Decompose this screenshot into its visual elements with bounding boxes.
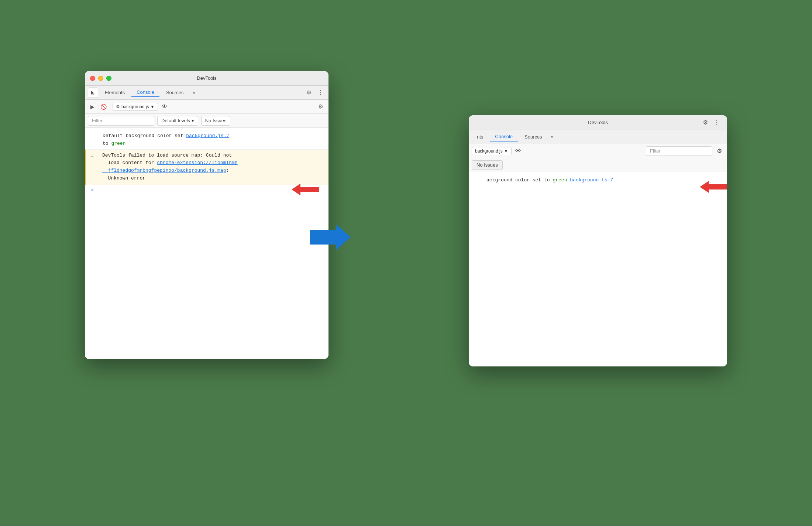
left-filter-bar: Filter Default levels ▾ No Issues <box>85 114 328 128</box>
right-tab-more[interactable]: » <box>549 133 556 141</box>
left-devtools-window: DevTools Elements Console Sources » ⚙ ⋮ … <box>85 71 328 359</box>
tab-more[interactable]: » <box>190 88 197 97</box>
blue-arrow <box>310 222 351 253</box>
traffic-light-green[interactable] <box>106 76 111 81</box>
right-file-name: background.js ▼ <box>475 148 508 154</box>
right-red-arrow-body <box>709 184 727 189</box>
left-window-title: DevTools <box>90 75 323 81</box>
filter-placeholder: Filter <box>92 118 103 123</box>
right-window-title: DevTools <box>474 120 722 125</box>
right-tab-console[interactable]: Console <box>490 132 518 141</box>
right-toolbar: background.js ▼ 👁 Filter ⚙ <box>469 144 727 158</box>
levels-dropdown[interactable]: Default levels ▾ <box>157 116 198 126</box>
eye-icon[interactable]: 👁 <box>160 102 169 111</box>
more-dots-icon[interactable]: ⋮ <box>315 88 326 98</box>
right-tab-bar: nts Console Sources » <box>469 130 727 144</box>
right-no-issues-button[interactable]: No Issues <box>472 160 503 170</box>
right-log-green: green <box>553 177 567 183</box>
right-console-log-message: ackground color set to green background.… <box>469 175 727 186</box>
no-issues-label: No Issues <box>205 118 227 123</box>
prompt-symbol: > <box>91 187 94 193</box>
right-console-content: ackground color set to green background.… <box>469 172 727 366</box>
tab-console[interactable]: Console <box>131 88 159 97</box>
log-text-before: Default background color set <box>103 133 186 139</box>
log-text-to: to <box>103 141 111 146</box>
right-no-issues-label: No Issues <box>476 162 498 168</box>
right-log-link[interactable]: background.ts:7 <box>570 177 613 183</box>
left-red-arrow <box>292 184 319 195</box>
gear-icon[interactable]: ⚙ <box>304 88 314 98</box>
right-filter-placeholder: Filter <box>650 148 661 154</box>
block-icon[interactable]: 🚫 <box>99 102 108 111</box>
right-tab-elements[interactable]: nts <box>472 133 488 141</box>
right-tab-sources[interactable]: Sources <box>519 133 547 141</box>
right-toolbar-gear-icon[interactable]: ⚙ <box>715 146 724 156</box>
cursor-icon[interactable] <box>88 88 98 98</box>
tab-elements[interactable]: Elements <box>100 88 130 97</box>
right-red-arrow-head <box>700 181 709 193</box>
traffic-light-red[interactable] <box>90 76 95 81</box>
right-filter-bar: No Issues <box>469 158 727 172</box>
right-title-bar: DevTools ⚙ ⋮ <box>469 115 727 130</box>
console-log-message: Default background color set background.… <box>85 131 328 150</box>
log-link-background-js[interactable]: background.js:7 <box>186 133 229 139</box>
file-name: background.js ▼ <box>121 104 155 109</box>
toolbar-divider <box>110 103 110 110</box>
right-red-arrow <box>700 181 727 193</box>
left-red-arrow-head <box>292 184 300 195</box>
left-tab-bar: Elements Console Sources » ⚙ ⋮ <box>85 86 328 100</box>
right-gear-icon[interactable]: ⚙ <box>701 117 710 127</box>
left-toolbar: ▶ 🚫 ⚙ background.js ▼ 👁 ⚙ <box>85 100 328 114</box>
file-icon: ⚙ <box>116 104 120 109</box>
right-log-text-before: ackground color set to <box>486 177 553 183</box>
tab-sources[interactable]: Sources <box>161 88 189 97</box>
right-devtools-window: DevTools ⚙ ⋮ nts Console Sources » backg… <box>469 115 727 366</box>
toolbar-gear-icon[interactable]: ⚙ <box>316 102 326 112</box>
log-green-text: green <box>111 141 125 146</box>
right-dots-icon[interactable]: ⋮ <box>712 117 722 127</box>
scene: DevTools Elements Console Sources » ⚙ ⋮ … <box>55 41 757 485</box>
filter-input[interactable]: Filter <box>88 116 154 126</box>
left-console-content: Default background color set background.… <box>85 128 328 359</box>
play-icon[interactable]: ▶ <box>88 102 97 111</box>
console-warning-message: ⚠️ DevTools failed to load source map: C… <box>85 150 328 185</box>
traffic-lights <box>90 76 111 81</box>
right-filter-input[interactable]: Filter <box>646 146 712 156</box>
file-selector[interactable]: ⚙ background.js ▼ <box>113 103 158 111</box>
svg-marker-0 <box>310 224 351 250</box>
no-issues-button[interactable]: No Issues <box>201 116 231 126</box>
left-title-bar: DevTools <box>85 71 328 86</box>
warning-icon: ⚠️ <box>90 153 93 161</box>
right-eye-icon[interactable]: 👁 <box>514 147 523 156</box>
levels-label: Default levels ▾ <box>161 118 194 123</box>
left-red-arrow-body <box>300 187 319 192</box>
right-file-selector[interactable]: background.js ▼ <box>472 147 512 155</box>
traffic-light-yellow[interactable] <box>98 76 103 81</box>
